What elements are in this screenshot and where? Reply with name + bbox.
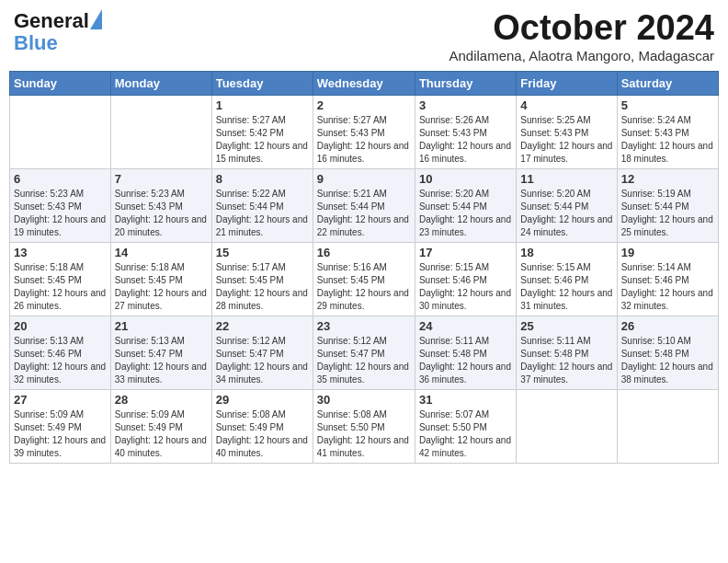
sunset-text: Sunset: 5:43 PM (520, 128, 588, 138)
sunrise-text: Sunrise: 5:23 AM (115, 189, 185, 199)
col-saturday: Saturday (617, 71, 718, 95)
sunrise-text: Sunrise: 5:19 AM (621, 189, 691, 199)
daylight-text: Daylight: 12 hours and 37 minutes. (520, 362, 612, 385)
sunset-text: Sunset: 5:47 PM (115, 349, 183, 359)
calendar-cell: 15Sunrise: 5:17 AMSunset: 5:45 PMDayligh… (211, 242, 313, 316)
sunrise-text: Sunrise: 5:15 AM (419, 262, 489, 272)
title-block: October 2024 Andilamena, Alaotra Mangoro… (449, 9, 714, 63)
calendar-cell: 14Sunrise: 5:18 AMSunset: 5:45 PMDayligh… (110, 242, 211, 316)
location-subtitle: Andilamena, Alaotra Mangoro, Madagascar (449, 48, 714, 63)
sunrise-text: Sunrise: 5:27 AM (216, 115, 286, 125)
day-number: 12 (621, 172, 714, 186)
calendar-week-row: 13Sunrise: 5:18 AMSunset: 5:45 PMDayligh… (10, 242, 719, 316)
sunset-text: Sunset: 5:47 PM (216, 349, 284, 359)
calendar-cell: 23Sunrise: 5:12 AMSunset: 5:47 PMDayligh… (313, 316, 415, 389)
daylight-text: Daylight: 12 hours and 15 minutes. (216, 141, 308, 164)
sunset-text: Sunset: 5:43 PM (621, 128, 689, 138)
daylight-text: Daylight: 12 hours and 33 minutes. (115, 362, 207, 385)
calendar-cell: 10Sunrise: 5:20 AMSunset: 5:44 PMDayligh… (415, 168, 516, 242)
cell-info: Sunrise: 5:23 AMSunset: 5:43 PMDaylight:… (115, 188, 208, 239)
day-number: 3 (419, 98, 512, 112)
calendar-cell: 9Sunrise: 5:21 AMSunset: 5:44 PMDaylight… (313, 168, 415, 242)
calendar-cell: 18Sunrise: 5:15 AMSunset: 5:46 PMDayligh… (517, 242, 617, 316)
calendar-cell: 19Sunrise: 5:14 AMSunset: 5:46 PMDayligh… (617, 242, 718, 316)
cell-info: Sunrise: 5:12 AMSunset: 5:47 PMDaylight:… (216, 335, 309, 386)
sunset-text: Sunset: 5:49 PM (14, 422, 82, 432)
day-number: 23 (317, 319, 411, 333)
sunrise-text: Sunrise: 5:13 AM (115, 336, 185, 346)
cell-info: Sunrise: 5:13 AMSunset: 5:47 PMDaylight:… (115, 335, 208, 386)
calendar-week-row: 1Sunrise: 5:27 AMSunset: 5:42 PMDaylight… (10, 95, 719, 168)
sunset-text: Sunset: 5:50 PM (317, 422, 385, 432)
sunrise-text: Sunrise: 5:18 AM (115, 262, 185, 272)
sunset-text: Sunset: 5:45 PM (14, 275, 82, 285)
day-number: 18 (520, 246, 612, 259)
cell-info: Sunrise: 5:26 AMSunset: 5:43 PMDaylight:… (419, 114, 512, 166)
daylight-text: Daylight: 12 hours and 39 minutes. (14, 435, 106, 458)
calendar-cell: 11Sunrise: 5:20 AMSunset: 5:44 PMDayligh… (517, 168, 617, 242)
calendar-cell: 29Sunrise: 5:08 AMSunset: 5:49 PMDayligh… (211, 389, 313, 463)
sunset-text: Sunset: 5:44 PM (317, 201, 385, 212)
day-number: 7 (115, 172, 208, 186)
sunrise-text: Sunrise: 5:09 AM (115, 409, 185, 419)
sunset-text: Sunset: 5:50 PM (419, 422, 487, 432)
day-number: 24 (419, 319, 512, 333)
day-number: 21 (115, 319, 208, 333)
cell-info: Sunrise: 5:19 AMSunset: 5:44 PMDaylight:… (621, 188, 714, 239)
sunset-text: Sunset: 5:44 PM (621, 201, 689, 212)
cell-info: Sunrise: 5:27 AMSunset: 5:42 PMDaylight:… (216, 114, 309, 166)
calendar-cell: 21Sunrise: 5:13 AMSunset: 5:47 PMDayligh… (110, 316, 211, 389)
cell-info: Sunrise: 5:11 AMSunset: 5:48 PMDaylight:… (520, 335, 612, 386)
daylight-text: Daylight: 12 hours and 28 minutes. (216, 288, 308, 311)
sunrise-text: Sunrise: 5:16 AM (317, 262, 387, 272)
daylight-text: Daylight: 12 hours and 21 minutes. (216, 214, 308, 237)
day-number: 1 (216, 98, 309, 112)
daylight-text: Daylight: 12 hours and 38 minutes. (621, 362, 713, 385)
daylight-text: Daylight: 12 hours and 27 minutes. (115, 288, 207, 311)
daylight-text: Daylight: 12 hours and 42 minutes. (419, 435, 511, 458)
sunset-text: Sunset: 5:46 PM (621, 275, 689, 285)
sunrise-text: Sunrise: 5:08 AM (317, 409, 387, 419)
daylight-text: Daylight: 12 hours and 26 minutes. (14, 288, 106, 311)
col-sunday: Sunday (10, 71, 111, 95)
calendar-cell (617, 389, 718, 463)
cell-info: Sunrise: 5:17 AMSunset: 5:45 PMDaylight:… (216, 261, 309, 313)
cell-info: Sunrise: 5:15 AMSunset: 5:46 PMDaylight:… (419, 261, 512, 313)
day-number: 2 (317, 98, 411, 112)
col-wednesday: Wednesday (313, 71, 415, 95)
daylight-text: Daylight: 12 hours and 32 minutes. (621, 288, 713, 311)
sunset-text: Sunset: 5:48 PM (520, 349, 588, 359)
day-number: 8 (216, 172, 309, 186)
day-number: 6 (14, 172, 107, 186)
day-number: 14 (115, 246, 208, 259)
daylight-text: Daylight: 12 hours and 32 minutes. (14, 362, 106, 385)
sunset-text: Sunset: 5:42 PM (216, 128, 284, 138)
daylight-text: Daylight: 12 hours and 19 minutes. (14, 214, 106, 237)
month-title: October 2024 (449, 9, 714, 48)
day-number: 4 (520, 98, 612, 112)
daylight-text: Daylight: 12 hours and 16 minutes. (419, 141, 511, 164)
sunrise-text: Sunrise: 5:25 AM (520, 115, 590, 125)
calendar-cell: 8Sunrise: 5:22 AMSunset: 5:44 PMDaylight… (211, 168, 313, 242)
calendar-cell: 5Sunrise: 5:24 AMSunset: 5:43 PMDaylight… (617, 95, 718, 168)
sunrise-text: Sunrise: 5:13 AM (14, 336, 84, 346)
day-number: 15 (216, 246, 309, 259)
cell-info: Sunrise: 5:22 AMSunset: 5:44 PMDaylight:… (216, 188, 309, 239)
calendar-cell: 6Sunrise: 5:23 AMSunset: 5:43 PMDaylight… (10, 168, 111, 242)
day-number: 26 (621, 319, 714, 333)
logo-text-blue: Blue (14, 31, 58, 54)
sunset-text: Sunset: 5:45 PM (216, 275, 284, 285)
cell-info: Sunrise: 5:10 AMSunset: 5:48 PMDaylight:… (621, 335, 714, 386)
daylight-text: Daylight: 12 hours and 29 minutes. (317, 288, 409, 311)
cell-info: Sunrise: 5:27 AMSunset: 5:43 PMDaylight:… (317, 114, 411, 166)
calendar-week-row: 6Sunrise: 5:23 AMSunset: 5:43 PMDaylight… (10, 168, 719, 242)
page-header: General Blue October 2024 Andilamena, Al… (9, 9, 719, 63)
sunset-text: Sunset: 5:44 PM (216, 201, 284, 212)
daylight-text: Daylight: 12 hours and 35 minutes. (317, 362, 409, 385)
cell-info: Sunrise: 5:15 AMSunset: 5:46 PMDaylight:… (520, 261, 612, 313)
day-number: 27 (14, 393, 107, 407)
sunset-text: Sunset: 5:46 PM (419, 275, 487, 285)
sunrise-text: Sunrise: 5:12 AM (317, 336, 387, 346)
calendar-cell: 30Sunrise: 5:08 AMSunset: 5:50 PMDayligh… (313, 389, 415, 463)
day-number: 10 (419, 172, 512, 186)
